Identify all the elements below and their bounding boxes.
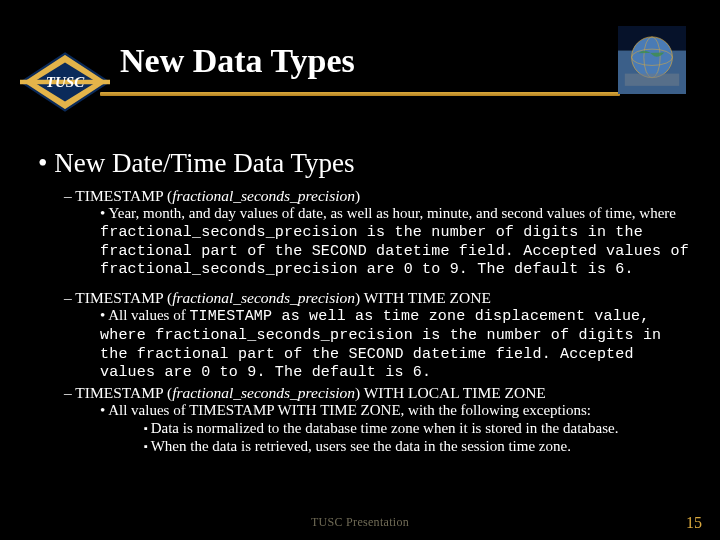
slide-body: New Date/Time Data Types TIMESTAMP (frac… — [38, 148, 692, 528]
item-timestamp-tz-desc: All values of TIMESTAMP as well as time … — [100, 307, 692, 382]
title-underline — [100, 92, 620, 96]
svg-point-5 — [632, 37, 673, 78]
footer-text: TUSC Presentation — [0, 515, 720, 530]
exception-1: Data is normalized to the database time … — [144, 420, 692, 438]
item-timestamp: TIMESTAMP (fractional_seconds_precision) — [64, 187, 692, 205]
item-timestamp-tz: TIMESTAMP (fractional_seconds_precision)… — [64, 289, 692, 307]
globe-icon — [618, 26, 686, 94]
item-timestamp-local-tz: TIMESTAMP (fractional_seconds_precision)… — [64, 384, 692, 402]
page-number: 15 — [686, 514, 702, 532]
item-timestamp-desc: Year, month, and day values of date, as … — [100, 205, 692, 279]
item-timestamp-local-tz-intro: All values of TIMESTAMP WITH TIME ZONE, … — [100, 402, 692, 420]
tusc-logo: TUSC — [20, 52, 110, 112]
slide-title: New Data Types — [120, 42, 355, 80]
logo-text: TUSC — [46, 74, 85, 90]
exception-2: When the data is retrieved, users see th… — [144, 438, 692, 456]
svg-rect-8 — [625, 74, 679, 86]
section-heading: New Date/Time Data Types — [38, 148, 692, 179]
